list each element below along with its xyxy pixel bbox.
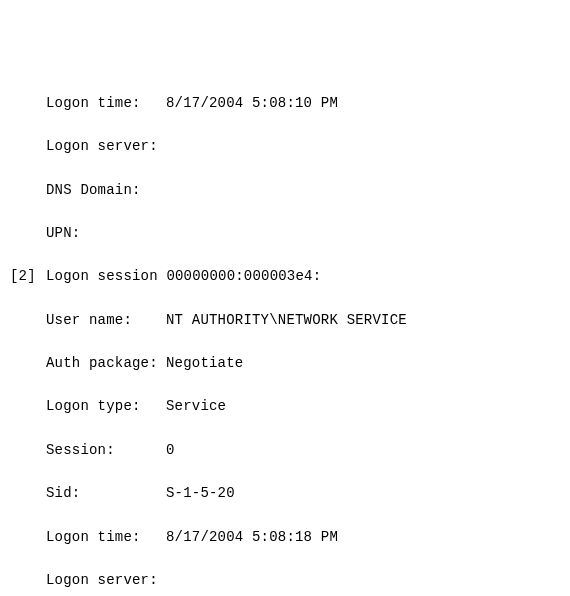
field-label: User name: (46, 310, 166, 332)
field-value: 8/17/2004 5:08:10 PM (166, 93, 338, 115)
field-label: Logon time: (46, 527, 166, 549)
session-header: [2]Logon session 00000000:000003e4: (10, 266, 560, 288)
field-label: Session: (46, 440, 166, 462)
field-value: 8/17/2004 5:08:18 PM (166, 527, 338, 549)
field-label: Logon time: (46, 93, 166, 115)
terminal-output: Logon time:8/17/2004 5:08:10 PM Logon se… (10, 71, 560, 596)
field-row: Logon time:8/17/2004 5:08:10 PM (10, 93, 560, 115)
field-label: Logon server: (46, 136, 166, 158)
field-value: Service (166, 396, 226, 418)
field-label: UPN: (46, 223, 166, 245)
field-row: Session:0 (10, 440, 560, 462)
field-value: Negotiate (166, 353, 243, 375)
field-value: S-1-5-20 (166, 483, 235, 505)
field-value: NT AUTHORITY\NETWORK SERVICE (166, 310, 407, 332)
session-title-prefix: Logon session (46, 266, 166, 288)
field-row: Sid:S-1-5-20 (10, 483, 560, 505)
field-value: 0 (166, 440, 175, 462)
field-row: DNS Domain: (10, 180, 560, 202)
field-label: Sid: (46, 483, 166, 505)
field-row: Logon time:8/17/2004 5:08:18 PM (10, 527, 560, 549)
field-row: Logon server: (10, 570, 560, 592)
field-label: DNS Domain: (46, 180, 166, 202)
field-row: Logon server: (10, 136, 560, 158)
field-label: Auth package: (46, 353, 166, 375)
field-label: Logon type: (46, 396, 166, 418)
session-id: 00000000:000003e4: (166, 266, 321, 288)
field-row: UPN: (10, 223, 560, 245)
field-row: Auth package:Negotiate (10, 353, 560, 375)
field-label: Logon server: (46, 570, 166, 592)
field-row: User name:NT AUTHORITY\NETWORK SERVICE (10, 310, 560, 332)
field-row: Logon type:Service (10, 396, 560, 418)
session-index: [2] (10, 266, 46, 288)
